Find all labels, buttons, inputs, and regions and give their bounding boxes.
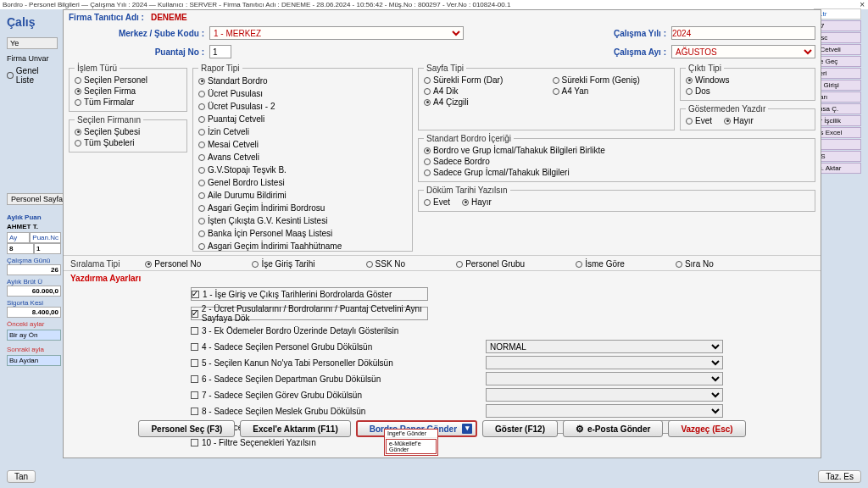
yaz-select-5[interactable] <box>486 356 723 369</box>
yaz-select-4[interactable]: NORMAL <box>486 340 723 353</box>
goster-button[interactable]: Göster (F12) <box>482 420 558 437</box>
firma-value: DENEME <box>151 13 187 22</box>
dokum-group: Döküm Tarihi Yazılsın EvetHayır <box>418 186 815 212</box>
dokum-opt-1[interactable]: Hayır <box>462 197 492 207</box>
taz-button[interactable]: Taz. Es <box>818 470 861 483</box>
islem-opt-2[interactable]: Tüm Firmalar <box>75 97 181 107</box>
rapor-opt-6[interactable]: Avans Cetveli <box>198 152 407 163</box>
rapor-opt-0[interactable]: Standart Bordro <box>198 75 407 86</box>
bordro-rapor-dialog: Firma Tanıtıcı Adı : DENEME Merkez / Şub… <box>63 9 821 458</box>
icerik-opt-0[interactable]: Bordro ve Grup İcmal/Tahakuk Bilgileri B… <box>424 146 810 155</box>
yazdirma-title: Yazdırma Ayarları <box>64 271 821 283</box>
yaz-check-8[interactable]: 8 - Sadece Seçilen Meslek Grubu Dökülsün <box>191 407 479 416</box>
yaz-select-6[interactable] <box>486 372 723 385</box>
gosterme-group: Göstermeden Yazdır EvetHayır <box>680 104 815 130</box>
yil-label: Çalışma Yılı : <box>614 29 666 38</box>
siralama-opt-5[interactable]: Sıra No <box>676 259 714 269</box>
firma-label: Firma Tanıtıcı Adı : <box>69 13 144 22</box>
ingef-item[interactable]: Ingef'e Gönder <box>385 430 437 438</box>
eposta-button[interactable]: e-Posta Gönder <box>563 420 663 437</box>
bg-data-panel: Aylık Puan AHMET T. AyPuan.Nc 81 Çalışma… <box>7 214 61 366</box>
islem-turu-group: İşlem Türü Seçilen PersonelSeçilen Firma… <box>69 64 187 112</box>
rapor-tipi-group: Rapor Tipi Standart BordroÜcret Pusulası… <box>192 64 413 252</box>
personel-sec-button[interactable]: Personel Seç (F3) <box>138 420 235 437</box>
rapor-opt-12[interactable]: Banka İçin Personel Maaş Listesi <box>198 228 407 239</box>
sayfa-opt-4[interactable]: A4 Çizgili <box>424 97 541 107</box>
puantaj-input[interactable] <box>209 45 231 58</box>
siralama-opt-4[interactable]: İsme Göre <box>576 259 625 269</box>
yaz-check-3[interactable]: 3 - Ek Ödemeler Bordro Üzerinde Detaylı … <box>191 326 479 336</box>
yaz-check-7[interactable]: 7 - Sadece Seçilen Görev Grubu Dökülsün <box>191 391 479 400</box>
cikti-opt-0[interactable]: Windows <box>686 75 810 85</box>
rapor-opt-3[interactable]: Puantaj Cetveli <box>198 114 407 125</box>
yaz-select-7[interactable] <box>486 388 723 402</box>
icerik-opt-1[interactable]: Sadece Bordro <box>424 157 810 166</box>
yaz-check-1[interactable]: 1 - İşe Giriş ve Çıkış Tarihlerini Bordr… <box>191 287 428 301</box>
rapor-opt-10[interactable]: Asgari Geçim İndirimi Bordrosu <box>198 202 407 214</box>
siralama-opt-0[interactable]: Personel No <box>145 259 201 269</box>
yil-input[interactable] <box>671 26 815 40</box>
rapor-opt-5[interactable]: Mesai Cetveli <box>198 139 407 150</box>
yaz-select-8[interactable] <box>486 404 723 418</box>
sayfa-opt-3[interactable]: A4 Yan <box>553 86 670 96</box>
window-titlebar: Bordro - Personel Bilgileri — Çalışma Yı… <box>0 0 868 9</box>
ay-label: Çalışma Ayı : <box>614 47 666 57</box>
firmasube-opt-0[interactable]: Seçilen Şubesi <box>75 127 181 136</box>
sayfa-tipi-group: Sayfa Tipi Sürekli Form (Dar)Sürekli For… <box>418 64 675 130</box>
cikti-tipi-group: Çıktı Tipi WindowsDos <box>680 64 815 101</box>
yaz-check-2[interactable]: 2 - Ücret Pusulalarını / Bordrolarını / … <box>191 307 428 320</box>
yaz-check-6[interactable]: 6 - Sadece Seçilen Departman Grubu Dökül… <box>191 374 479 384</box>
ay-select[interactable]: AĞUSTOS <box>671 45 815 58</box>
rapor-opt-11[interactable]: İşten Çıkışta G.V. Kesinti Listesi <box>198 215 407 226</box>
gonder-dropdown: Ingef'e Gönder e-Mükellef'e Gönder <box>384 429 438 456</box>
bg-btn[interactable]: Ye <box>7 37 58 49</box>
bg-left-panel: Çalış Ye Firma Unvar Genel Liste <box>7 15 58 85</box>
rapor-opt-7[interactable]: G.V.Stopajı Teşvik B. <box>198 164 407 175</box>
merkez-label: Merkez / Şube Kodu : <box>69 29 204 38</box>
emukellef-item[interactable]: e-Mükellef'e Gönder <box>386 439 437 454</box>
vazgec-button[interactable]: Vazgeç (Esc) <box>668 420 745 437</box>
tan-button[interactable]: Tan <box>7 470 36 483</box>
siralama-opt-1[interactable]: İşe Giriş Tarihi <box>252 259 314 269</box>
rapor-opt-8[interactable]: Genel Bordro Listesi <box>198 177 407 188</box>
button-bar: Personel Seç (F3) Excel'e Aktarım (F11) … <box>64 420 821 437</box>
puantaj-label: Puantaj No : <box>69 47 204 57</box>
icerik-opt-2[interactable]: Sadece Grup İcmal/Tahakuk Bilgileri <box>424 168 810 177</box>
cikti-opt-1[interactable]: Dos <box>686 86 810 96</box>
rapor-opt-4[interactable]: İzin Cetveli <box>198 126 407 137</box>
rapor-opt-1[interactable]: Ücret Pusulası <box>198 88 407 99</box>
excel-aktar-button[interactable]: Excel'e Aktarım (F11) <box>240 420 350 437</box>
bg-tab[interactable]: Personel Sayfa <box>7 195 67 203</box>
islem-opt-1[interactable]: Seçilen Firma <box>75 86 181 96</box>
siralama-opt-3[interactable]: Personel Grubu <box>456 259 525 269</box>
rapor-opt-2[interactable]: Ücret Pusulası - 2 <box>198 101 407 112</box>
yaz-check-4[interactable]: 4 - Sadece Seçilen Personel Grubu Döküls… <box>191 342 479 352</box>
rapor-opt-13[interactable]: Asgari Geçim İndirimi Taahhütname <box>198 241 407 252</box>
gosterme-opt-0[interactable]: Evet <box>686 116 712 125</box>
merkez-select[interactable]: 1 - MERKEZ <box>209 26 464 40</box>
yaz-check-5[interactable]: 5 - Seçilen Kanun No'ya Tabi Personeller… <box>191 358 479 368</box>
sayfa-opt-1[interactable]: Sürekli Form (Geniş) <box>553 75 670 85</box>
title-text: Bordro - Personel Bilgileri — Çalışma Yı… <box>3 1 510 8</box>
siralama-opt-2[interactable]: SSK No <box>366 259 406 269</box>
sayfa-opt-2[interactable]: A4 Dik <box>424 86 541 96</box>
rapor-opt-9[interactable]: Aile Durumu Bildirimi <box>198 190 407 201</box>
dokum-opt-0[interactable]: Evet <box>424 197 450 207</box>
gosterme-opt-1[interactable]: Hayır <box>724 116 754 125</box>
firma-sube-group: Seçilen Firmanın Seçilen ŞubesiTüm Şubel… <box>69 115 187 152</box>
siralama-group: Sıralama Tipi Personel Noİşe Giriş Tarih… <box>64 255 821 271</box>
firmasube-opt-1[interactable]: Tüm Şubeleri <box>75 138 181 147</box>
sayfa-opt-0[interactable]: Sürekli Form (Dar) <box>424 75 541 85</box>
islem-opt-0[interactable]: Seçilen Personel <box>75 75 181 85</box>
icerik-group: Standart Bordro İçeriği Bordro ve Grup İ… <box>418 134 815 182</box>
